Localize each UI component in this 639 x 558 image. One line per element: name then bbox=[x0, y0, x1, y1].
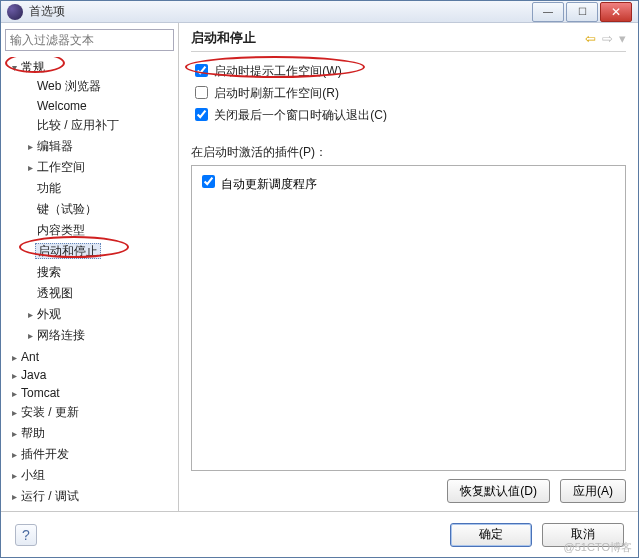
chevron-right-icon[interactable] bbox=[9, 370, 19, 381]
close-button[interactable]: ✕ bbox=[600, 2, 632, 22]
chevron-right-icon[interactable] bbox=[25, 330, 35, 341]
tree-item-startup-shutdown[interactable]: 启动和停止 bbox=[25, 241, 174, 262]
check-prompt-workspace[interactable]: 启动时提示工作空间(W) bbox=[191, 60, 626, 82]
chevron-right-icon[interactable] bbox=[25, 309, 35, 320]
minimize-button[interactable]: — bbox=[532, 2, 564, 22]
window-title: 首选项 bbox=[29, 3, 532, 20]
chevron-right-icon[interactable] bbox=[9, 491, 19, 502]
tree-item-welcome[interactable]: Welcome bbox=[25, 97, 174, 115]
tree-item-ant[interactable]: Ant bbox=[9, 348, 174, 366]
chevron-right-icon[interactable] bbox=[9, 407, 19, 418]
tree-item-keys[interactable]: 键（试验） bbox=[25, 199, 174, 220]
menu-icon[interactable]: ▾ bbox=[619, 31, 626, 46]
tree-item-perspectives[interactable]: 透视图 bbox=[25, 283, 174, 304]
tree-item-web-browser[interactable]: Web 浏览器 bbox=[25, 76, 174, 97]
back-icon[interactable]: ⇦ bbox=[585, 31, 596, 46]
tree-item-content-types[interactable]: 内容类型 bbox=[25, 220, 174, 241]
help-icon[interactable]: ? bbox=[15, 524, 37, 546]
check-refresh-workspace[interactable]: 启动时刷新工作空间(R) bbox=[191, 82, 626, 104]
tree-item-team[interactable]: 小组 bbox=[9, 465, 174, 486]
chevron-right-icon[interactable] bbox=[9, 428, 19, 439]
chevron-right-icon[interactable] bbox=[9, 388, 19, 399]
plugins-label: 在启动时激活的插件(P)： bbox=[191, 144, 626, 161]
plugins-box: 自动更新调度程序 bbox=[191, 165, 626, 471]
page-title: 启动和停止 bbox=[191, 29, 585, 47]
tree-item-help[interactable]: 帮助 bbox=[9, 423, 174, 444]
chevron-right-icon[interactable] bbox=[9, 470, 19, 481]
chevron-right-icon[interactable] bbox=[25, 141, 35, 152]
tree-item-compare-patch[interactable]: 比较 / 应用补丁 bbox=[25, 115, 174, 136]
tree-item-java[interactable]: Java bbox=[9, 366, 174, 384]
tree-item-network[interactable]: 网络连接 bbox=[25, 325, 174, 346]
tree-item-search[interactable]: 搜索 bbox=[25, 262, 174, 283]
titlebar[interactable]: 首选项 — ☐ ✕ bbox=[1, 1, 638, 23]
apply-button[interactable]: 应用(A) bbox=[560, 479, 626, 503]
filter-input[interactable] bbox=[5, 29, 174, 51]
chevron-right-icon[interactable] bbox=[9, 449, 19, 460]
forward-icon[interactable]: ⇨ bbox=[602, 31, 613, 46]
restore-defaults-button[interactable]: 恢复默认值(D) bbox=[447, 479, 550, 503]
content-pane: 启动和停止 ⇦ ⇨ ▾ 启动时提示工作空间(W) 启动时刷新工作空间(R) 关闭… bbox=[179, 23, 638, 511]
sidebar: 常规 Web 浏览器 Welcome 比较 / 应用补丁 编辑器 工作空间 功能… bbox=[1, 23, 179, 511]
chevron-right-icon[interactable] bbox=[25, 162, 35, 173]
footer: ? 确定 取消 bbox=[1, 511, 638, 557]
plugin-auto-update[interactable]: 自动更新调度程序 bbox=[198, 172, 619, 193]
tree-item-appearance[interactable]: 外观 bbox=[25, 304, 174, 325]
check-confirm-exit[interactable]: 关闭最后一个窗口时确认退出(C) bbox=[191, 104, 626, 126]
chevron-right-icon[interactable] bbox=[9, 352, 19, 363]
preference-tree[interactable]: 常规 Web 浏览器 Welcome 比较 / 应用补丁 编辑器 工作空间 功能… bbox=[5, 57, 174, 507]
tree-item-tomcat[interactable]: Tomcat bbox=[9, 384, 174, 402]
cancel-button[interactable]: 取消 bbox=[542, 523, 624, 547]
preferences-window: 首选项 — ☐ ✕ 常规 Web 浏览器 Welcome bbox=[0, 0, 639, 558]
eclipse-icon bbox=[7, 4, 23, 20]
tree-item-workspace[interactable]: 工作空间 bbox=[25, 157, 174, 178]
tree-item-function[interactable]: 功能 bbox=[25, 178, 174, 199]
ok-button[interactable]: 确定 bbox=[450, 523, 532, 547]
chevron-down-icon[interactable] bbox=[9, 62, 19, 73]
tree-item-general[interactable]: 常规 Web 浏览器 Welcome 比较 / 应用补丁 编辑器 工作空间 功能… bbox=[9, 57, 174, 348]
maximize-button[interactable]: ☐ bbox=[566, 2, 598, 22]
tree-item-editor[interactable]: 编辑器 bbox=[25, 136, 174, 157]
tree-item-run-debug[interactable]: 运行 / 调试 bbox=[9, 486, 174, 507]
tree-item-plugin-dev[interactable]: 插件开发 bbox=[9, 444, 174, 465]
tree-item-install-update[interactable]: 安装 / 更新 bbox=[9, 402, 174, 423]
